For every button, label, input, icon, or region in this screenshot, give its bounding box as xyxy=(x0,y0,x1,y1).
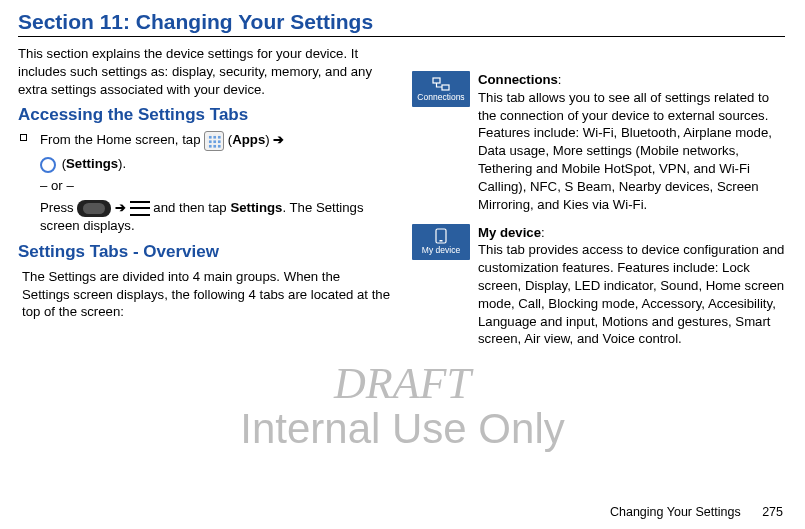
connections-tab-icon: Connections xyxy=(412,71,470,107)
menu-icon xyxy=(130,201,150,216)
overview-body: The Settings are divided into 4 main gro… xyxy=(22,268,390,321)
draft-watermark: DRAFT xyxy=(0,358,805,409)
connections-text: Connections: This tab allows you to see … xyxy=(478,71,785,218)
instruction-line-1: From the Home screen, tap (Apps) ➔ xyxy=(40,131,390,151)
svg-rect-3 xyxy=(440,240,443,242)
section-title: Section 11: Changing Your Settings xyxy=(18,10,785,34)
connections-lead: Connections: xyxy=(478,71,785,89)
internal-watermark: Internal Use Only xyxy=(0,405,805,453)
mydevice-desc: This tab provides access to device confi… xyxy=(478,241,785,348)
connections-glyph-icon xyxy=(432,77,450,91)
overview-heading: Settings Tabs - Overview xyxy=(18,241,390,264)
text: and then tap xyxy=(150,200,231,215)
footer-text: Changing Your Settings xyxy=(610,505,741,519)
left-column: This section explains the device setting… xyxy=(18,45,390,358)
mydevice-name: My device xyxy=(478,225,541,240)
settings-label: Settings xyxy=(66,156,118,171)
arrow-icon: ➔ xyxy=(270,133,285,148)
connections-tab-block: Connections Connections: This tab allows… xyxy=(412,71,785,218)
text: . xyxy=(123,156,127,171)
apps-icon xyxy=(204,131,224,151)
colon: : xyxy=(558,72,562,87)
mydevice-tab-icon: My device xyxy=(412,224,470,260)
or-separator: – or – xyxy=(40,177,390,195)
mydevice-tab-block: My device My device: This tab provides a… xyxy=(412,224,785,353)
square-bullet-icon xyxy=(20,134,27,141)
instruction-line-1b: (Settings). xyxy=(40,155,390,173)
tab-icon-label: Connections xyxy=(417,93,464,102)
title-rule xyxy=(18,36,785,37)
page-footer: Changing Your Settings 275 xyxy=(610,505,783,519)
svg-rect-0 xyxy=(433,78,440,83)
home-button-icon xyxy=(77,200,111,217)
apps-label: Apps xyxy=(232,133,265,148)
colon: : xyxy=(541,225,545,240)
mydevice-lead: My device: xyxy=(478,224,785,242)
settings-word: Settings xyxy=(230,200,282,215)
instruction-line-2: Press ➔ and then tap Settings. The Setti… xyxy=(40,199,390,235)
mydevice-glyph-icon xyxy=(435,228,447,244)
instruction-block: From the Home screen, tap (Apps) ➔ (Sett… xyxy=(40,131,390,234)
mydevice-text: My device: This tab provides access to d… xyxy=(478,224,785,353)
settings-gear-icon xyxy=(40,157,56,173)
connections-desc: This tab allows you to see all of settin… xyxy=(478,89,785,214)
connections-name: Connections xyxy=(478,72,558,87)
intro-paragraph: This section explains the device setting… xyxy=(18,45,390,98)
page-number: 275 xyxy=(762,505,783,519)
text: From the Home screen, tap xyxy=(40,133,204,148)
right-column: Connections Connections: This tab allows… xyxy=(412,45,785,358)
tab-icon-label: My device xyxy=(422,246,460,255)
svg-rect-1 xyxy=(442,85,449,90)
text: Press xyxy=(40,200,77,215)
arrow-icon: ➔ xyxy=(111,200,129,215)
accessing-heading: Accessing the Settings Tabs xyxy=(18,104,390,127)
